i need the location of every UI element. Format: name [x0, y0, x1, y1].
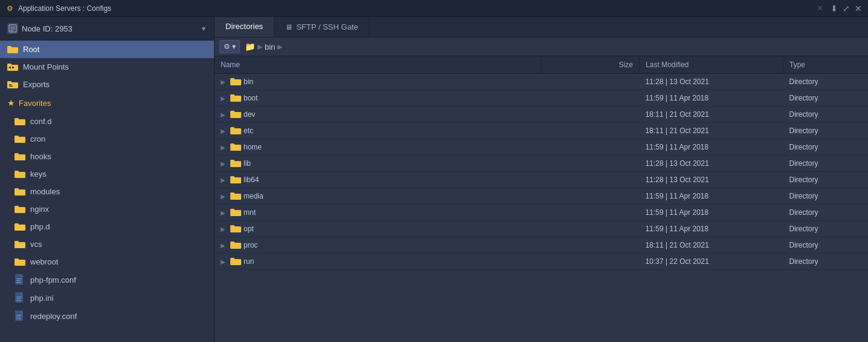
sidebar-item-exports[interactable]: Exports	[0, 76, 214, 93]
sidebar-item-keys[interactable]: keys	[0, 165, 214, 183]
table-row[interactable]: ▶ lib 11:28 | 13 Oct 2021Directory	[215, 156, 868, 172]
file-size	[542, 139, 640, 156]
row-expand-icon[interactable]: ▶	[221, 144, 225, 151]
row-expand-icon[interactable]: ▶	[221, 209, 225, 216]
folder-icon	[7, 45, 18, 54]
row-expand-icon[interactable]: ▶	[221, 95, 225, 102]
sidebar-item-modules[interactable]: modules	[0, 183, 214, 200]
table-row[interactable]: ▶ lib64 11:28 | 13 Oct 2021Directory	[215, 172, 868, 188]
sidebar-item-keys-label: keys	[30, 169, 47, 179]
folder-icon-confd	[15, 117, 25, 126]
col-header-name[interactable]: Name	[215, 56, 542, 74]
sidebar-item-nginx[interactable]: nginx	[0, 200, 214, 218]
file-name: proc	[244, 241, 257, 249]
node-id-header[interactable]: Node ID: 2953 ▼	[0, 17, 214, 41]
svg-rect-14	[16, 298, 21, 299]
sidebar-item-root[interactable]: Root	[0, 41, 214, 58]
sidebar-item-hooks[interactable]: hooks	[0, 148, 214, 165]
folder-icon-mount	[7, 63, 18, 71]
row-expand-icon[interactable]: ▶	[221, 226, 225, 232]
table-row[interactable]: ▶ run 10:37 | 22 Oct 2021Directory	[215, 254, 868, 270]
svg-rect-7	[9, 85, 13, 87]
svg-rect-3	[10, 30, 13, 31]
row-expand-icon[interactable]: ▶	[221, 79, 225, 85]
sidebar-item-cron-label: cron	[30, 134, 45, 143]
sidebar-item-mount-points[interactable]: Mount Points	[0, 58, 214, 76]
svg-rect-5	[12, 67, 14, 68]
sidebar-item-root-label: Root	[23, 45, 39, 54]
sidebar: Node ID: 2953 ▼ Root Mount Points	[0, 17, 215, 342]
file-modified: 11:28 | 13 Oct 2021	[640, 74, 783, 90]
sidebar-item-cron[interactable]: cron	[0, 130, 214, 148]
close-button[interactable]: ✕	[853, 4, 863, 13]
file-type: Directory	[783, 172, 868, 188]
table-row[interactable]: ▶ dev 18:11 | 21 Oct 2021Directory	[215, 107, 868, 123]
file-modified: 10:37 | 22 Oct 2021	[640, 254, 783, 270]
app-icon: ⚙	[5, 4, 15, 13]
file-modified: 11:59 | 11 Apr 2018	[640, 205, 783, 221]
file-table-container[interactable]: Name Size Last Modified Type ▶ bin 11:28…	[215, 56, 868, 342]
row-expand-icon[interactable]: ▶	[221, 193, 225, 200]
folder-icon	[230, 110, 241, 119]
sidebar-item-php-d[interactable]: php.d	[0, 218, 214, 235]
row-expand-icon[interactable]: ▶	[221, 111, 225, 118]
table-row[interactable]: ▶ boot 11:59 | 11 Apr 2018Directory	[215, 90, 868, 107]
sidebar-item-php-ini[interactable]: php.ini	[0, 289, 214, 307]
folder-icon-cron	[15, 135, 25, 143]
table-row[interactable]: ▶ proc 18:11 | 21 Oct 2021Directory	[215, 237, 868, 254]
sidebar-item-conf-d[interactable]: conf.d	[0, 113, 214, 130]
file-type: Directory	[783, 107, 868, 123]
row-expand-icon[interactable]: ▶	[221, 242, 225, 249]
breadcrumb-arrow-2: ▶	[277, 43, 282, 51]
folder-icon	[230, 225, 241, 233]
row-expand-icon[interactable]: ▶	[221, 160, 225, 167]
sidebar-item-redeploy-conf[interactable]: redeploy.conf	[0, 307, 214, 325]
tabs-bar: Directories 🖥 SFTP / SSH Gate	[215, 17, 868, 38]
row-expand-icon[interactable]: ▶	[221, 177, 225, 183]
file-icon-phpini	[15, 293, 25, 303]
file-name: lib	[244, 159, 251, 168]
sidebar-item-php-fpm-conf[interactable]: php-fpm.conf	[0, 271, 214, 289]
file-size	[542, 107, 640, 123]
col-header-modified[interactable]: Last Modified	[640, 56, 783, 74]
tab-directories[interactable]: Directories	[215, 17, 274, 37]
node-id-text: Node ID: 2953	[22, 24, 197, 33]
file-type: Directory	[783, 254, 868, 270]
sidebar-item-vcs[interactable]: vcs	[0, 235, 214, 253]
col-header-type[interactable]: Type	[783, 56, 868, 74]
gear-icon: ⚙	[224, 42, 230, 51]
file-type: Directory	[783, 188, 868, 205]
gear-button[interactable]: ⚙ ▾	[219, 40, 240, 53]
row-expand-icon[interactable]: ▶	[221, 258, 225, 265]
download-button[interactable]: ⬇	[829, 4, 839, 13]
folder-icon	[230, 208, 241, 217]
svg-rect-1	[10, 27, 15, 28]
sidebar-item-webroot[interactable]: webroot	[0, 253, 214, 271]
table-row[interactable]: ▶ home 11:59 | 11 Apr 2018Directory	[215, 139, 868, 156]
gear-dropdown-arrow: ▾	[232, 42, 236, 51]
file-name: home	[244, 143, 262, 151]
breadcrumb-item-bin[interactable]: bin	[265, 42, 275, 51]
file-type: Directory	[783, 90, 868, 107]
node-icon	[7, 23, 18, 34]
file-size	[542, 237, 640, 254]
table-row[interactable]: ▶ opt 11:59 | 11 Apr 2018Directory	[215, 221, 868, 237]
maximize-button[interactable]: ⤢	[841, 4, 851, 13]
tab-sftp-ssh[interactable]: 🖥 SFTP / SSH Gate	[274, 17, 369, 37]
table-row[interactable]: ▶ etc 18:11 | 21 Oct 2021Directory	[215, 123, 868, 139]
table-row[interactable]: ▶ bin 11:28 | 13 Oct 2021Directory	[215, 74, 868, 90]
folder-icon-phpd	[15, 223, 25, 231]
table-row[interactable]: ▶ media 11:59 | 11 Apr 2018Directory	[215, 188, 868, 205]
file-modified: 11:59 | 11 Apr 2018	[640, 188, 783, 205]
file-name: boot	[244, 94, 257, 102]
svg-rect-15	[16, 300, 21, 301]
sidebar-item-hooks-label: hooks	[30, 152, 51, 161]
table-row[interactable]: ▶ mnt 11:59 | 11 Apr 2018Directory	[215, 205, 868, 221]
row-expand-icon[interactable]: ▶	[221, 128, 225, 134]
right-panel: Directories 🖥 SFTP / SSH Gate ⚙ ▾ 📁 ▶ bi…	[215, 17, 868, 342]
file-name: opt	[244, 225, 254, 233]
file-size	[542, 254, 640, 270]
main-container: Node ID: 2953 ▼ Root Mount Points	[0, 17, 868, 342]
col-header-size[interactable]: Size	[542, 56, 640, 74]
folder-icon-nginx	[15, 205, 25, 214]
